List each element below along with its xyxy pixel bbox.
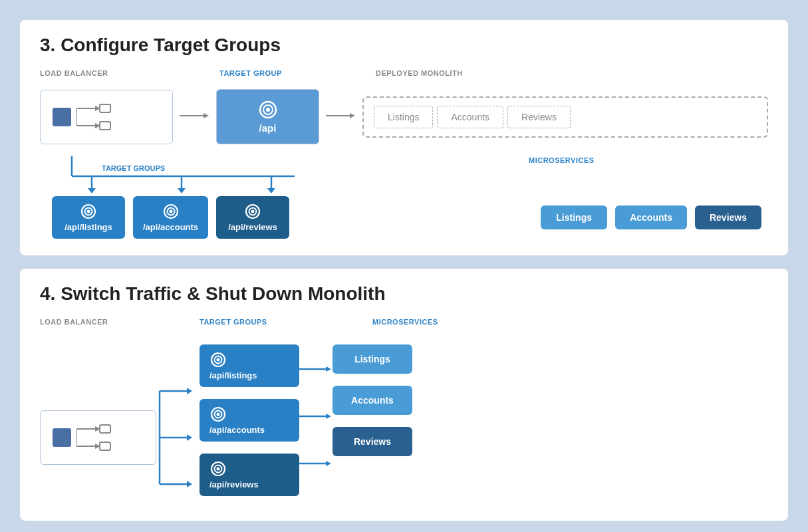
svg-marker-45 — [187, 481, 192, 487]
svg-rect-34 — [100, 425, 110, 433]
tg-reviews-icon — [244, 203, 261, 220]
s4-tg-col: /api/listings /api/accounts — [200, 338, 299, 496]
s4-ms-accounts: Accounts — [333, 386, 412, 415]
micro-label-top: MICROSERVICES — [529, 156, 748, 164]
svg-marker-17 — [88, 188, 96, 193]
s4-ms-reviews: Reviews — [333, 427, 412, 456]
tg-accounts-label: /api/accounts — [143, 222, 198, 232]
section4-title: 4. Switch Traffic & Shut Down Monolith — [40, 283, 768, 305]
target-group-box: /api — [216, 89, 319, 144]
tg-listings-icon — [80, 203, 97, 220]
svg-rect-37 — [100, 442, 110, 450]
ms-reviews: Reviews — [695, 205, 761, 229]
svg-point-48 — [217, 358, 220, 362]
svg-point-11 — [266, 108, 270, 112]
svg-point-31 — [251, 210, 255, 213]
svg-text:TARGET GROUPS: TARGET GROUPS — [102, 164, 165, 172]
svg-point-28 — [169, 210, 172, 213]
s4-tg-accounts-label: /api/accounts — [209, 425, 265, 435]
lb-square-icon — [53, 108, 71, 126]
ms-accounts: Accounts — [615, 205, 687, 229]
svg-marker-58 — [326, 414, 331, 419]
s4-micro-label: MICROSERVICES — [372, 318, 438, 326]
svg-rect-2 — [100, 104, 110, 112]
tg-listings: /api/listings — [52, 196, 125, 239]
svg-marker-8 — [203, 113, 209, 118]
svg-rect-5 — [100, 122, 110, 130]
tg-label: TARGET GROUP — [219, 69, 336, 77]
s4-ms-col: Listings Accounts Reviews — [333, 338, 412, 456]
tg-reviews: /api/reviews — [216, 196, 289, 239]
lb-to-tg-arrow — [173, 109, 216, 125]
s4-tg-ms-arrows — [299, 338, 333, 481]
s4-tg-accounts-icon — [209, 406, 227, 423]
svg-marker-56 — [326, 366, 331, 372]
s4-tg-listings-label: /api/listings — [209, 370, 257, 380]
section4-diagram: 4. Switch Traffic & Shut Down Monolith L… — [20, 269, 788, 521]
section3-diagram: 3. Configure Target Groups LOAD BALANCER… — [20, 20, 788, 255]
mono-label: DEPLOYED MONOLITH — [376, 69, 768, 77]
svg-point-54 — [217, 467, 220, 471]
api-path: /api — [259, 122, 277, 134]
s4-tg-reviews-icon — [209, 460, 227, 477]
svg-point-51 — [217, 413, 220, 416]
s4-tg-label: TARGET GROUPS — [200, 318, 333, 326]
svg-marker-41 — [187, 388, 192, 394]
svg-marker-13 — [350, 113, 355, 118]
s4-lb-label: LOAD BALANCER — [40, 318, 200, 326]
lb-arrows — [76, 100, 113, 134]
s4-tg-listings: /api/listings — [200, 344, 299, 387]
tg-accounts: /api/accounts — [133, 196, 208, 239]
branch-arrows — [156, 371, 193, 504]
svg-marker-43 — [187, 434, 192, 441]
s4-lb-box — [40, 410, 156, 465]
s4-tg-reviews-label: /api/reviews — [209, 479, 259, 489]
tg-listings-label: /api/listings — [65, 222, 112, 232]
down-arrows-section: TARGET GROUPS — [40, 156, 315, 193]
load-balancer-box — [40, 90, 173, 144]
target-icon — [258, 100, 278, 120]
mono-listings: Listings — [374, 106, 433, 128]
s4-tg-listings-icon — [209, 351, 227, 368]
svg-point-25 — [87, 210, 90, 213]
monolith-box: Listings Accounts Reviews — [362, 96, 768, 138]
tg-reviews-label: /api/reviews — [228, 222, 277, 232]
mono-accounts: Accounts — [437, 106, 503, 128]
ms-listings: Listings — [541, 205, 607, 229]
s4-lb-square-icon — [53, 428, 71, 447]
s4-tg-accounts: /api/accounts — [200, 399, 299, 442]
s4-ms-listings: Listings — [333, 344, 412, 374]
svg-marker-21 — [267, 188, 275, 193]
svg-marker-60 — [326, 461, 331, 466]
section3-title: 3. Configure Target Groups — [40, 35, 768, 56]
lb-label: LOAD BALANCER — [40, 69, 180, 77]
s4-lb-arrows — [76, 421, 113, 454]
s4-tg-reviews: /api/reviews — [200, 454, 299, 496]
tg-accounts-icon — [162, 203, 180, 220]
svg-marker-19 — [178, 188, 186, 193]
mono-reviews: Reviews — [507, 106, 571, 128]
tg-to-mono-arrow — [319, 109, 362, 125]
